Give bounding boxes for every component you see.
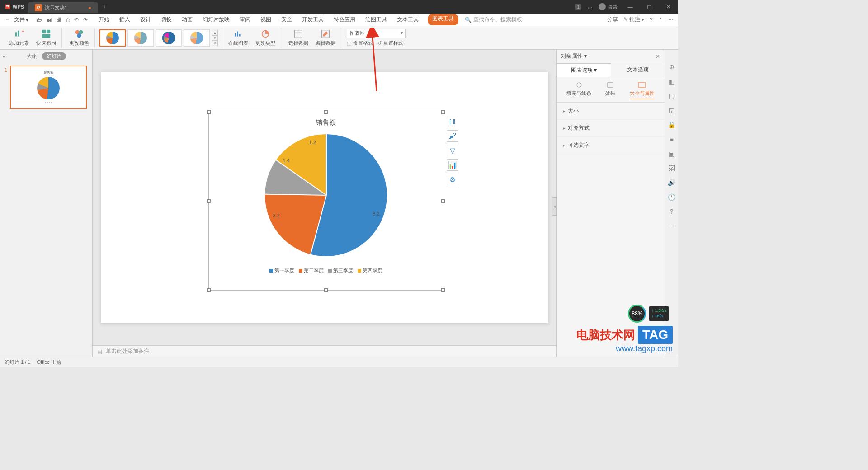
rail-style-icon[interactable]: ◧ [669,78,675,85]
chart-options-tab[interactable]: 图表选项 ▾ [557,63,611,77]
change-type-button[interactable]: 更改类型 [254,28,277,47]
effect-subtab[interactable]: 效果 [604,82,617,99]
command-search[interactable]: 🔍 查找命令、搜索模板 [465,16,522,24]
chart-object[interactable]: 销售额 8.2 3.2 1.4 1.2 第 [208,112,443,291]
rail-image-icon[interactable]: 🖼 [669,164,675,172]
more-icon[interactable]: ⋯ [668,17,674,23]
share-button[interactable]: 分享 [607,16,618,24]
quick-layout-button[interactable]: 快速布局 [34,28,58,47]
annotate-button[interactable]: ✎ 批注 ▾ [623,16,645,24]
size-section[interactable]: ▸大小 [557,103,665,120]
chart-style-1[interactable] [99,29,126,47]
chart-filter-icon[interactable]: ▽ [447,145,458,156]
slides-tab[interactable]: 幻灯片 [42,52,66,60]
resize-handle[interactable] [324,110,328,114]
search-icon: 🔍 [465,17,472,23]
data-label: 1.2 [309,140,316,145]
edit-data-button[interactable]: 编辑数据 [314,28,337,47]
close-panel-icon[interactable]: ✕ [656,53,660,60]
collapse-ribbon-icon[interactable]: ⌃ [658,17,663,23]
svg-rect-3 [42,30,46,33]
tab-home[interactable]: 开始 [98,14,110,25]
tab-insert[interactable]: 插入 [118,14,131,25]
help-icon[interactable]: ? [650,17,653,23]
chart-type-icon[interactable]: 📊 [447,159,458,171]
add-tab-button[interactable]: + [98,4,111,9]
tab-slideshow[interactable]: 幻灯片放映 [202,14,231,25]
tab-transition[interactable]: 切换 [160,14,173,25]
print-icon[interactable]: 🖶 [57,17,62,23]
outline-tab[interactable]: 大纲 [27,52,38,60]
rail-clock-icon[interactable]: 🕘 [668,193,675,201]
rail-more-icon[interactable]: ⋯ [668,222,675,230]
gallery-up-icon[interactable]: ▴ [212,30,218,35]
undo-icon[interactable]: ↶ [74,17,79,23]
maximize-button[interactable]: ▢ [643,4,656,10]
fill-line-subtab[interactable]: 填充与线条 [566,82,591,99]
align-section[interactable]: ▸对齐方式 [557,120,665,137]
chart-elements-icon[interactable]: ⫿⫿ [447,116,458,127]
add-element-button[interactable]: + 添加元素 [7,28,31,47]
rail-template-icon[interactable]: ▦ [669,92,675,99]
tab-chart-tools[interactable]: 图表工具 [428,14,458,25]
collapse-panel-icon[interactable]: « [3,53,6,60]
chart-title[interactable]: 销售额 [209,112,443,127]
menu-bar: ≡ 文件 ▾ 🗁 🖬 🖶 ⎙ ↶ ↷ 开始 插入 设计 切换 动画 幻灯片放映 … [0,14,678,26]
redo-icon[interactable]: ↷ [83,17,88,23]
rail-help-icon[interactable]: ? [670,208,674,215]
tab-security[interactable]: 安全 [280,14,293,25]
gallery-down-icon[interactable]: ▾ [212,35,218,41]
chart-styles-icon[interactable]: 🖌 [447,130,458,142]
online-chart-button[interactable]: 在线图表 [226,28,250,47]
print-preview-icon[interactable]: ⎙ [66,17,70,23]
tab-animation[interactable]: 动画 [181,14,193,25]
pie-chart[interactable] [265,134,387,256]
skin-icon[interactable]: ◡ [588,4,592,10]
resize-handle[interactable] [441,199,445,203]
resize-handle[interactable] [441,110,445,114]
chart-legend[interactable]: 第一季度 第二季度 第三季度 第四季度 [209,267,443,274]
chart-style-4[interactable] [184,29,210,47]
tab-text-tools[interactable]: 文本工具 [396,14,420,25]
chart-style-2[interactable] [127,29,154,47]
open-icon[interactable]: 🗁 [37,17,42,23]
tab-view[interactable]: 视图 [259,14,272,25]
file-menu[interactable]: 文件 ▾ [11,15,31,24]
tab-developer[interactable]: 开发工具 [301,14,325,25]
chart-style-3[interactable] [156,29,182,47]
slide-thumbnail[interactable]: 销售额 ■ ■ ■ ■ [10,66,87,109]
minimize-button[interactable]: — [624,4,637,9]
resize-handle[interactable] [324,288,328,292]
document-tab[interactable]: P 演示文稿1 ● [28,2,98,13]
select-data-button[interactable]: 选择数据 [287,28,310,47]
rail-tools-icon[interactable]: ≡ [670,136,673,143]
save-icon[interactable]: 🖬 [47,17,52,23]
rail-material-icon[interactable]: ◲ [669,107,675,114]
text-options-tab[interactable]: 文本选项 [611,63,665,77]
change-color-button[interactable]: 更改颜色 [67,28,91,47]
rail-sound-icon[interactable]: 🔊 [668,179,675,186]
tab-special[interactable]: 特色应用 [333,14,356,25]
rail-new-icon[interactable]: ⊕ [669,63,675,70]
tab-design[interactable]: 设计 [139,14,152,25]
gallery-more-icon[interactable]: ▿ [212,41,218,46]
menu-icon[interactable]: ≡ [4,16,10,24]
notification-badge[interactable]: 1 [575,4,581,10]
user-account[interactable]: 蕾蕾 [599,3,618,10]
close-button[interactable]: ✕ [662,4,675,10]
notes-bar[interactable]: ▤ 单击此处添加备注 [93,345,556,357]
chart-settings-icon[interactable]: ⚙ [447,174,458,185]
rail-lock-icon[interactable]: 🔒 [668,121,675,128]
alttext-section[interactable]: ▸可选文字 [557,137,665,154]
resize-handle[interactable] [441,288,445,292]
tab-review[interactable]: 审阅 [239,14,251,25]
rail-screenshot-icon[interactable]: ▣ [669,150,675,157]
resize-handle[interactable] [207,288,211,292]
size-props-subtab[interactable]: 大小与属性 [630,82,655,99]
panel-collapse-handle[interactable]: ◂ [552,197,557,216]
slide[interactable]: 销售额 8.2 3.2 1.4 1.2 第 [101,72,548,323]
resize-handle[interactable] [207,110,211,114]
speed-widget[interactable]: 88% ↑ 1.3K/s ↓ 1K/s [628,305,669,323]
tab-drawing-tools[interactable]: 绘图工具 [364,14,388,25]
resize-handle[interactable] [207,199,211,203]
